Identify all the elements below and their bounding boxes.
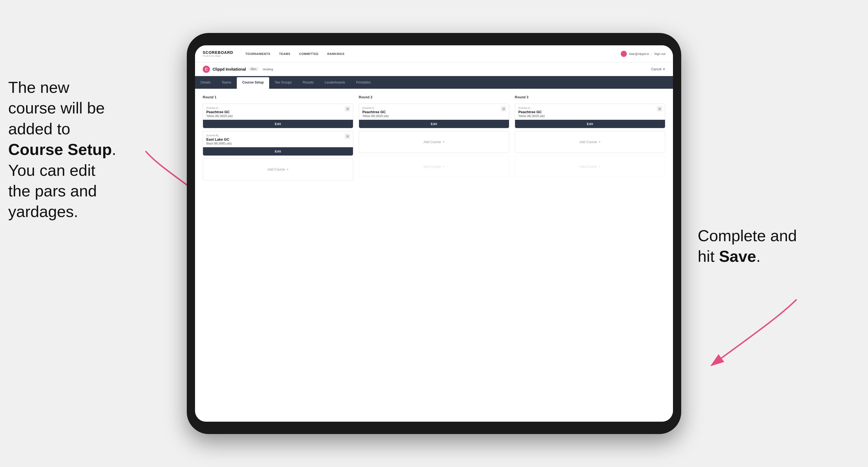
add-course-r2-label: Add Course <box>424 140 441 144</box>
course-card-a-r1-header: ⊟ (Course A) Peachtree GC Yellow (M) (66… <box>203 104 353 118</box>
add-course-r2-disabled-plus: + <box>442 165 444 169</box>
nav-divider: | <box>651 52 652 56</box>
tablet-screen: SCOREBOARD Powered by clippd TOURNAMENTS… <box>195 45 673 422</box>
edit-course-b-r1-button[interactable]: Edit <box>203 147 353 155</box>
cancel-button[interactable]: Cancel ✕ <box>651 67 665 71</box>
annotation-right-line1: Complete and <box>698 227 797 245</box>
logo-title: SCOREBOARD <box>203 50 233 55</box>
add-course-r3-label: Add Course <box>580 140 597 144</box>
scoreboard-logo: SCOREBOARD Powered by clippd <box>203 50 233 57</box>
course-a-r1-label: (Course A) <box>206 106 350 109</box>
tournament-title: Clippd Invitational <box>213 67 246 71</box>
course-card-b-r1-header: ⊟ (Course B) East Lake GC Black (M) (689… <box>203 131 353 145</box>
remove-course-a-r2-button[interactable]: ⊟ <box>501 106 506 112</box>
main-content: Round 1 ⊟ (Course A) Peachtree GC Yellow… <box>195 89 673 422</box>
annotation-line7: yardages. <box>8 203 78 220</box>
course-a-r3-tee: Yellow (M) (6629 yds) <box>518 115 662 118</box>
annotation-save-bold: Save <box>719 247 756 265</box>
round-1-heading: Round 1 <box>203 95 353 99</box>
top-nav-links: TOURNAMENTS TEAMS COMMITTEE RANKINGS <box>242 51 621 57</box>
tournament-name-row: C Clippd Invitational Men Hosting <box>203 66 273 73</box>
add-course-r3-button[interactable]: Add Course + <box>515 131 665 153</box>
arrow-right <box>703 294 802 371</box>
tab-details[interactable]: Details <box>195 76 216 89</box>
round-2-column: Round 2 ⊟ (Course A) Peachtree GC Yellow… <box>359 95 509 181</box>
tournament-bar: C Clippd Invitational Men Hosting Cancel… <box>195 62 673 76</box>
add-course-r3-disabled: Add Course + <box>515 156 665 178</box>
tab-printables[interactable]: Printables <box>350 76 376 89</box>
course-a-r3-label: (Course A) <box>518 106 662 109</box>
add-course-r1-plus-icon: + <box>286 167 288 172</box>
round-3-heading: Round 3 <box>515 95 665 99</box>
rounds-grid: Round 1 ⊟ (Course A) Peachtree GC Yellow… <box>203 95 665 181</box>
course-card-a-r3: ⊟ (Course A) Peachtree GC Yellow (M) (66… <box>515 103 665 128</box>
tab-results[interactable]: Results <box>297 76 319 89</box>
remove-course-a-r3-button[interactable]: ⊟ <box>657 106 662 112</box>
sign-out-link[interactable]: Sign out <box>654 52 665 56</box>
nav-teams[interactable]: TEAMS <box>275 51 294 57</box>
remove-course-b-r1-button[interactable]: ⊟ <box>345 133 350 139</box>
add-course-r3-disabled-label: Add Course <box>580 165 597 169</box>
add-course-r2-plus-icon: + <box>442 140 444 144</box>
annotation-right-line2-prefix: hit <box>698 247 719 265</box>
nav-rankings[interactable]: RANKINGS <box>323 51 348 57</box>
tab-leaderboards[interactable]: Leaderboards <box>319 76 350 89</box>
course-card-a-r2: ⊟ (Course A) Peachtree GC Yellow (M) (66… <box>359 103 509 128</box>
annotation-line1: The new <box>8 78 69 96</box>
remove-course-a-r1-button[interactable]: ⊟ <box>345 106 350 112</box>
top-navigation: SCOREBOARD Powered by clippd TOURNAMENTS… <box>195 45 673 62</box>
tab-tee-groups[interactable]: Tee Groups <box>269 76 297 89</box>
course-a-r2-tee: Yellow (M) (6629 yds) <box>362 115 506 118</box>
course-card-a-r1: ⊟ (Course A) Peachtree GC Yellow (M) (66… <box>203 103 353 128</box>
course-a-r2-name: Peachtree GC <box>362 110 506 114</box>
edit-course-a-r1-button[interactable]: Edit <box>203 120 353 128</box>
add-course-r1-label: Add Course <box>268 167 285 172</box>
course-b-r1-name: East Lake GC <box>206 137 350 142</box>
hosting-badge: Hosting <box>263 68 273 71</box>
course-a-r2-label: (Course A) <box>362 106 506 109</box>
add-course-r2-button[interactable]: Add Course + <box>359 131 509 153</box>
clippd-logo: C <box>203 66 210 73</box>
course-a-r1-name: Peachtree GC <box>206 110 350 114</box>
logo-subtitle: Powered by clippd <box>203 55 233 57</box>
add-course-r3-disabled-plus: + <box>598 165 600 169</box>
course-b-r1-tee: Black (M) (6891 yds) <box>206 142 350 145</box>
tab-teams[interactable]: Teams <box>216 76 237 89</box>
course-card-a-r2-header: ⊟ (Course A) Peachtree GC Yellow (M) (66… <box>359 104 509 118</box>
annotation-line5: You can edit <box>8 161 95 179</box>
course-card-b-r1: ⊟ (Course B) East Lake GC Black (M) (689… <box>203 131 353 156</box>
user-avatar <box>621 51 627 57</box>
course-a-r1-tee: Yellow (M) (6629 yds) <box>206 115 350 118</box>
user-email: blair@clippd.io <box>629 52 649 56</box>
gender-badge: Men <box>249 67 258 71</box>
annotation-right: Complete and hit Save. <box>698 225 840 267</box>
top-nav-right: blair@clippd.io | Sign out <box>621 51 665 57</box>
nav-committee[interactable]: COMMITTEE <box>295 51 322 57</box>
round-3-column: Round 3 ⊟ (Course A) Peachtree GC Yellow… <box>515 95 665 181</box>
round-1-column: Round 1 ⊟ (Course A) Peachtree GC Yellow… <box>203 95 353 181</box>
tablet-device: SCOREBOARD Powered by clippd TOURNAMENTS… <box>187 33 681 434</box>
round-2-heading: Round 2 <box>359 95 509 99</box>
course-card-a-r3-header: ⊟ (Course A) Peachtree GC Yellow (M) (66… <box>515 104 665 118</box>
course-b-r1-label: (Course B) <box>206 134 350 137</box>
add-course-r1-button[interactable]: Add Course + <box>203 158 353 181</box>
edit-course-a-r2-button[interactable]: Edit <box>359 120 509 128</box>
nav-tournaments[interactable]: TOURNAMENTS <box>242 51 274 57</box>
course-a-r3-name: Peachtree GC <box>518 110 662 114</box>
annotation-line2: course will be <box>8 99 105 117</box>
annotation-line3: added to <box>8 120 70 137</box>
secondary-nav: Details Teams Course Setup Tee Groups Re… <box>195 76 673 89</box>
edit-course-a-r3-button[interactable]: Edit <box>515 120 665 128</box>
add-course-r2-disabled-label: Add Course <box>424 165 441 169</box>
annotation-line6: the pars and <box>8 182 97 200</box>
annotation-course-setup: Course Setup <box>8 141 112 158</box>
add-course-r3-plus-icon: + <box>598 140 600 144</box>
tab-course-setup[interactable]: Course Setup <box>237 77 269 89</box>
add-course-r2-disabled: Add Course + <box>359 156 509 178</box>
